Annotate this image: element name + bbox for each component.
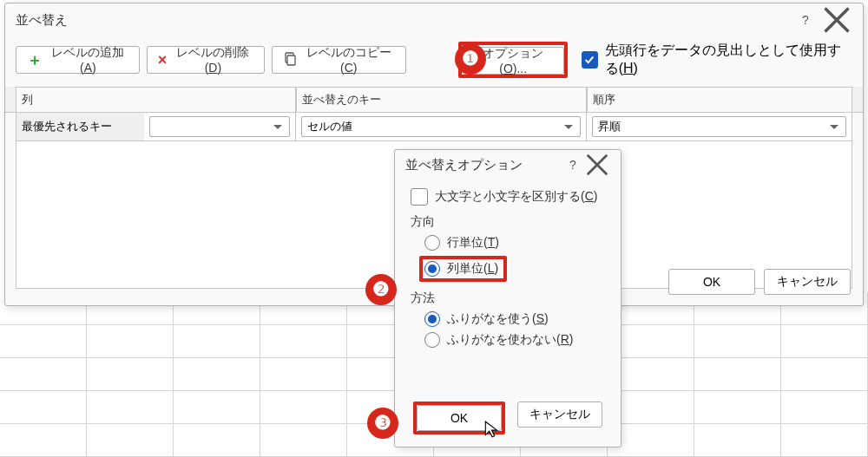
column-select-cell xyxy=(144,113,296,141)
method-no-furigana-radio[interactable]: ふりがなを使わない(R) xyxy=(424,332,605,348)
method-furigana-radio[interactable]: ふりがなを使う(S) xyxy=(424,311,605,327)
options-dialog-buttons: OK キャンセル xyxy=(395,402,621,434)
options-cancel-button[interactable]: キャンセル xyxy=(517,402,602,428)
sort-dialog-title: 並べ替え xyxy=(16,12,790,29)
x-icon: × xyxy=(158,52,168,68)
direction-row-radio[interactable]: 行単位(T) xyxy=(424,235,605,251)
options-close-button[interactable] xyxy=(584,152,610,178)
main-cancel-button[interactable]: キャンセル xyxy=(764,269,851,295)
close-button[interactable] xyxy=(821,7,852,33)
sort-level-row: 最優先されるキー セルの値 昇順 xyxy=(5,113,863,141)
header-row-label: 先頭行をデータの見出しとして使用する(H) xyxy=(605,42,852,78)
col-header-key: 並べ替えのキー xyxy=(296,87,587,112)
svg-rect-1 xyxy=(287,55,295,65)
add-level-button[interactable]: ＋ レベルの追加(A) xyxy=(16,46,140,74)
order-cell: 昇順 xyxy=(587,113,852,141)
checkbox-unchecked-icon xyxy=(411,188,428,206)
sort-dialog-titlebar: 並べ替え ? xyxy=(5,3,863,36)
radio-checked-icon xyxy=(424,261,440,277)
direction-col-radio[interactable]: 列単位(L) xyxy=(424,261,498,277)
options-dialog-titlebar: 並べ替えオプション ? xyxy=(395,150,621,180)
order-select[interactable]: 昇順 xyxy=(592,116,846,137)
options-ok-highlight: OK xyxy=(413,402,505,434)
callout-1: ❶ xyxy=(455,43,486,75)
main-dialog-buttons: OK キャンセル xyxy=(668,269,851,295)
method-section-label: 方法 xyxy=(411,291,605,306)
direction-row-label: 行単位(T) xyxy=(447,235,499,251)
direction-col-highlight: 列単位(L) xyxy=(419,256,507,282)
method-furigana-label: ふりがなを使う(S) xyxy=(447,311,549,327)
direction-section-label: 方向 xyxy=(411,214,605,230)
plus-icon: ＋ xyxy=(27,52,43,68)
col-header-column: 列 xyxy=(16,87,296,112)
main-ok-button[interactable]: OK xyxy=(668,269,755,295)
method-no-furigana-label: ふりがなを使わない(R) xyxy=(447,332,573,348)
sort-on-cell: セルの値 xyxy=(296,113,587,141)
sort-column-headers: 列 並べ替えのキー 順序 xyxy=(5,87,863,113)
options-dialog-title: 並べ替えオプション xyxy=(405,157,562,173)
radio-unchecked-icon xyxy=(424,332,440,348)
col-header-order: 順序 xyxy=(587,87,852,112)
header-row-checkbox-row[interactable]: 先頭行をデータの見出しとして使用する(H) xyxy=(582,42,852,78)
delete-level-button[interactable]: × レベルの削除(D) xyxy=(147,46,266,74)
options-help-button[interactable]: ? xyxy=(562,152,584,178)
copy-icon xyxy=(283,52,297,69)
help-button[interactable]: ? xyxy=(790,7,821,33)
primary-key-label: 最優先されるキー xyxy=(16,113,144,141)
copy-level-button[interactable]: レベルのコピー(C) xyxy=(272,46,406,74)
direction-col-label: 列単位(L) xyxy=(447,261,498,277)
radio-unchecked-icon xyxy=(424,235,440,251)
callout-3: ❸ xyxy=(367,408,398,439)
sort-toolbar: ＋ レベルの追加(A) × レベルの削除(D) レベルのコピー(C) オプション… xyxy=(5,36,863,87)
checkbox-checked-icon xyxy=(582,51,598,69)
options-body: 大文字と小文字を区別する(C) 方向 行単位(T) 列単位(L) 方法 ふりがな… xyxy=(395,180,621,362)
options-ok-button[interactable]: OK xyxy=(417,405,502,431)
sort-on-select[interactable]: セルの値 xyxy=(301,116,581,137)
callout-2: ❷ xyxy=(365,274,397,305)
case-sensitive-label: 大文字と小文字を区別する(C) xyxy=(435,189,597,205)
case-sensitive-checkbox[interactable]: 大文字と小文字を区別する(C) xyxy=(411,188,605,206)
column-select[interactable] xyxy=(149,116,290,137)
sort-options-dialog: 並べ替えオプション ? 大文字と小文字を区別する(C) 方向 行単位(T) 列単… xyxy=(394,149,621,447)
radio-checked-icon xyxy=(424,311,440,327)
